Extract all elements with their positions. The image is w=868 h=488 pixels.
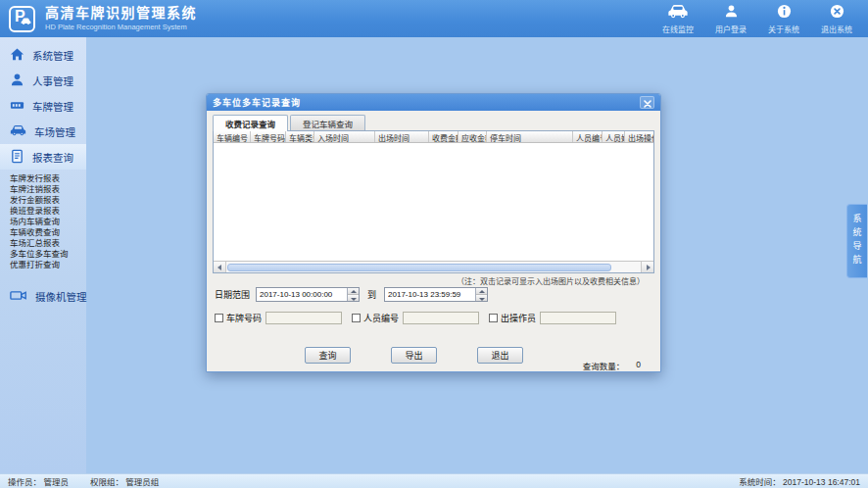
logo-car-icon — [21, 11, 31, 28]
system-time-value: 2017-10-13 16:47:01 — [783, 477, 860, 487]
plate-number-input[interactable] — [265, 312, 342, 324]
sidebar-item-reports[interactable]: 报表查询 — [0, 144, 86, 170]
system-time-label: 系统时间： — [739, 477, 781, 487]
plate-number-checkbox[interactable] — [215, 314, 223, 322]
plate-number-filter: 车牌号码 — [215, 312, 342, 324]
header-action-about[interactable]: 关于系统 — [760, 4, 807, 34]
person-id-input[interactable] — [403, 312, 479, 324]
scroll-thumb[interactable] — [227, 264, 611, 271]
date-from-input[interactable] — [257, 288, 347, 301]
query-count-value: 0 — [636, 360, 641, 371]
app-logo: P — [9, 6, 35, 32]
spin-down-icon[interactable] — [476, 294, 487, 301]
logout-icon — [830, 4, 844, 23]
exit-operator-filter: 出操作员 — [489, 312, 616, 324]
scroll-left-button[interactable] — [214, 262, 226, 272]
table-body-empty — [214, 143, 653, 261]
table-header-cell: 车牌号码 — [251, 131, 286, 142]
person-id-checkbox[interactable] — [352, 314, 361, 322]
date-range-label: 日期范围 — [215, 288, 250, 301]
operator-status: 操作员： 管理员 — [8, 475, 69, 487]
multi-space-query-dialog: 多车位多车记录查询 收费记录查询 登记车辆查询 车辆编号 车牌号码 车辆类型 入… — [206, 93, 661, 372]
scroll-left-icon — [217, 265, 221, 270]
sidebar-subitem[interactable]: 车辆收费查询 — [10, 227, 86, 238]
query-count: 查询数量： 0 — [583, 360, 641, 371]
date-to-field — [384, 287, 488, 302]
scroll-right-button[interactable] — [641, 262, 653, 272]
app-title: 高清车牌识别管理系统 — [45, 6, 197, 21]
operator-label: 操作员： — [8, 477, 41, 487]
reports-submenu: 车牌发行报表 车牌注销报表 发行金额报表 换班登录报表 场内车辆查询 车辆收费查… — [0, 170, 86, 270]
table-header-cell: 人员姓名 — [603, 131, 625, 142]
header-action-label: 在线监控 — [662, 24, 694, 34]
header-action-label: 用户登录 — [715, 24, 747, 34]
plate-number-label: 车牌号码 — [226, 312, 262, 324]
sidebar-subitem[interactable]: 换班登录报表 — [10, 206, 86, 217]
table-header-row: 车辆编号 车牌号码 车辆类型 入场时间 出场时间 收费金额 应收金额 停车时间 … — [214, 131, 654, 143]
date-from-spinner — [347, 288, 359, 301]
dialog-tabs: 收费记录查询 登记车辆查询 — [207, 111, 660, 130]
system-nav-tab[interactable]: 系统导航 — [846, 204, 867, 278]
sidebar-subitem[interactable]: 多车位多车查询 — [10, 249, 86, 260]
table-header-cell: 应收金额 — [458, 131, 487, 142]
sidebar-item-label: 人事管理 — [32, 73, 73, 88]
sidebar-item-label: 报表查询 — [32, 150, 73, 165]
date-from-field — [256, 287, 360, 302]
group-label: 权限组： — [90, 477, 123, 487]
header-bar: P 高清车牌识别管理系统 HD Plate Recognition Manage… — [0, 0, 868, 37]
header-action-label: 关于系统 — [768, 24, 799, 34]
sidebar-subitem[interactable]: 车牌发行报表 — [10, 173, 86, 184]
table-header-cell: 收费金额 — [429, 131, 458, 142]
table-header-cell: 停车时间 — [487, 131, 573, 142]
header-action-label: 退出系统 — [821, 24, 852, 34]
exit-operator-checkbox[interactable] — [489, 314, 498, 322]
sidebar-subitem[interactable]: 车场汇总报表 — [10, 238, 86, 249]
user-icon — [724, 4, 739, 23]
header-action-online-monitor[interactable]: 在线监控 — [654, 4, 701, 34]
sidebar-item-plate[interactable]: 车牌管理 — [0, 93, 86, 119]
header-actions: 在线监控 用户登录 关于系统 退出系统 — [654, 4, 860, 34]
table-header-cell: 入场时间 — [314, 131, 375, 142]
sidebar-subitem[interactable]: 车牌注销报表 — [10, 184, 86, 195]
sidebar-subitem[interactable]: 优惠打折查询 — [10, 260, 86, 270]
query-count-label: 查询数量： — [583, 360, 625, 371]
tab-registered-vehicles[interactable]: 登记车辆查询 — [290, 115, 365, 130]
date-to-input[interactable] — [385, 288, 475, 301]
system-time: 系统时间： 2017-10-13 16:47:01 — [739, 475, 860, 487]
car-icon — [10, 124, 26, 138]
exit-operator-label: 出操作员 — [501, 312, 536, 324]
camera-icon — [10, 289, 27, 304]
group-status: 权限组： 管理员组 — [90, 475, 159, 487]
dialog-titlebar: 多车位多车记录查询 — [207, 94, 660, 111]
table-header-cell: 出场时间 — [375, 131, 429, 142]
home-icon — [10, 47, 24, 64]
sidebar-item-personnel[interactable]: 人事管理 — [0, 68, 86, 93]
exit-button[interactable]: 退出 — [477, 347, 523, 364]
header-action-exit[interactable]: 退出系统 — [813, 4, 860, 34]
export-button[interactable]: 导出 — [391, 347, 437, 364]
sidebar-item-parking[interactable]: 车场管理 — [0, 119, 86, 144]
header-action-user-login[interactable]: 用户登录 — [707, 4, 754, 34]
car-icon — [667, 4, 689, 23]
person-id-label: 人员编号 — [363, 312, 399, 324]
sidebar-item-camera[interactable]: 摄像机管理 — [0, 283, 86, 309]
table-header-cell: 出场操作员 — [625, 131, 654, 142]
query-button[interactable]: 查询 — [305, 347, 351, 364]
sidebar: 系统管理 人事管理 车牌管理 车场管理 报表查询 车牌发行报表 车牌注销报表 发… — [0, 37, 86, 473]
sidebar-subitem[interactable]: 发行金额报表 — [10, 195, 86, 206]
sidebar-item-label: 摄像机管理 — [35, 289, 87, 304]
sidebar-subitem[interactable]: 场内车辆查询 — [10, 217, 86, 227]
h-scrollbar[interactable] — [214, 261, 653, 272]
spin-down-icon[interactable] — [348, 294, 359, 301]
person-icon — [10, 73, 24, 89]
dialog-close-button[interactable] — [640, 96, 654, 109]
note-text: （注：双击记录可显示入出场图片以及收费相关信息） — [457, 275, 645, 286]
sidebar-item-system[interactable]: 系统管理 — [0, 42, 86, 68]
scroll-right-icon — [647, 265, 651, 270]
sidebar-item-label: 系统管理 — [32, 48, 73, 63]
tab-fee-records[interactable]: 收费记录查询 — [213, 115, 288, 131]
info-icon — [777, 4, 792, 23]
exit-operator-input[interactable] — [540, 312, 616, 324]
title-block: 高清车牌识别管理系统 HD Plate Recognition Manageme… — [45, 6, 197, 31]
table-header-cell: 人员编号 — [573, 131, 603, 142]
